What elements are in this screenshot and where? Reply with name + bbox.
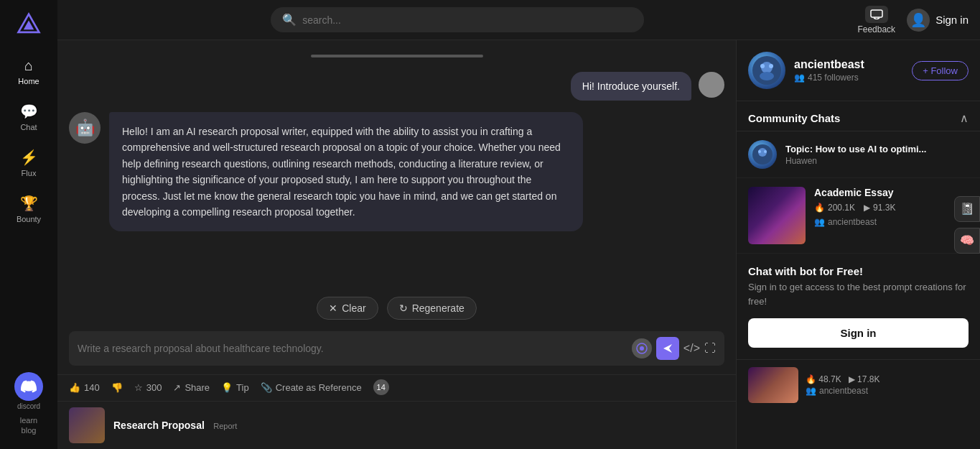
bot-message-bubble: Hello! I am an AI research proposal writ… <box>109 112 583 231</box>
topic-info: Topic: How to use AI to optimi... Huawen <box>785 144 969 166</box>
author-followers: 👥 415 followers <box>794 73 903 83</box>
svg-point-8 <box>769 64 773 68</box>
chat-input[interactable] <box>78 343 626 354</box>
partial-community-card[interactable]: 🔥 48.7K ▶ 17.8K 👥 ancientbeast <box>737 360 980 410</box>
card-info: Research Proposal Report <box>113 419 237 432</box>
partial-community-stats: 🔥 48.7K ▶ 17.8K <box>806 374 879 384</box>
notebook-button[interactable]: 📓 <box>954 196 980 222</box>
search-input[interactable] <box>302 14 633 26</box>
share-button[interactable]: ↗ Share <box>173 382 210 393</box>
home-icon: ⌂ <box>24 57 33 74</box>
app-logo[interactable] <box>13 9 45 40</box>
sidebar-item-label: Bounty <box>17 215 41 223</box>
chat-bot-title: Chat with bot for Free! <box>748 265 969 277</box>
sidebar-bottom-links: learn blog <box>20 416 37 435</box>
scroll-indicator <box>69 55 724 57</box>
essay-likes: 🔥 200.1K <box>814 203 855 213</box>
essay-thumbnail <box>748 187 806 244</box>
clear-icon: ✕ <box>329 302 337 314</box>
sidebar: ⌂ Home 💬 Chat ⚡ Flux 🏆 Bounty discord le… <box>0 0 57 449</box>
right-sidebar: ancientbeast 👥 415 followers + Follow Co… <box>736 40 980 449</box>
brain-button[interactable]: 🧠 <box>954 228 980 254</box>
chat-bot-description: Sign in to get access to the best prompt… <box>748 280 969 308</box>
play-icon: ▶ <box>864 203 870 213</box>
svg-point-4 <box>640 346 644 351</box>
code-view-button[interactable]: </> <box>683 342 700 355</box>
topic-title: Topic: How to use AI to optimi... <box>785 144 969 154</box>
topbar: 🔍 Feedback 👤 Sign in <box>57 0 980 40</box>
sign-in-button[interactable]: 👤 Sign in <box>907 9 969 32</box>
follow-button[interactable]: + Follow <box>912 61 969 80</box>
flame-icon: 🔥 <box>814 203 825 213</box>
ai-model-selector[interactable] <box>632 338 652 358</box>
sidebar-item-chat[interactable]: 💬 Chat <box>4 97 53 137</box>
sidebar-item-flux[interactable]: ⚡ Flux <box>4 143 53 183</box>
discord-button[interactable]: discord <box>4 372 53 410</box>
sidebar-item-bounty[interactable]: 🏆 Bounty <box>4 189 53 229</box>
input-row: </> ⛶ <box>69 331 724 366</box>
star-button[interactable]: ☆ 300 <box>134 382 162 393</box>
bot-message: 🤖 Hello! I am an AI research proposal wr… <box>69 112 724 231</box>
chat-icon: 💬 <box>20 103 38 120</box>
blog-link[interactable]: blog <box>22 426 37 435</box>
clear-label: Clear <box>342 302 365 314</box>
share-icon: ↗ <box>173 382 181 393</box>
feedback-button[interactable]: Feedback <box>857 6 895 34</box>
regenerate-button[interactable]: ↻ Regenerate <box>387 297 477 320</box>
chevron-up-icon[interactable]: ∧ <box>960 111 969 125</box>
essay-title: Academic Essay <box>814 187 969 198</box>
expand-button[interactable]: ⛶ <box>704 342 716 355</box>
essay-info: Academic Essay 🔥 200.1K ▶ 91.3K 👥 ancien… <box>814 187 969 244</box>
topic-avatar <box>748 140 777 169</box>
partial-flame-icon: 🔥 <box>806 374 816 384</box>
share-label: Share <box>185 382 210 393</box>
essay-author-name: ancientbeast <box>828 217 877 227</box>
main-content: Hi! Introduce yourself. 🤖 Hello! I am an… <box>57 40 736 449</box>
star-icon: ☆ <box>134 382 143 393</box>
partial-author-icon: 👥 <box>806 386 816 396</box>
reaction-row: 👍 140 👎 ☆ 300 ↗ Share 💡 Tip 📎 Create as … <box>57 374 736 401</box>
community-chats-header: Community Chats ∧ <box>737 101 980 131</box>
bounty-icon: 🏆 <box>20 195 38 212</box>
feedback-label: Feedback <box>857 24 895 34</box>
user-icon: 👤 <box>907 9 930 32</box>
create-reference-button[interactable]: 📎 Create as Reference <box>261 382 362 393</box>
search-bar[interactable]: 🔍 <box>271 7 644 32</box>
sidebar-item-home[interactable]: ⌂ Home <box>4 52 53 91</box>
send-button[interactable] <box>656 337 679 360</box>
partial-author-name: ancientbeast <box>819 386 868 396</box>
learn-link[interactable]: learn <box>20 416 37 425</box>
discord-icon <box>14 372 43 401</box>
scroll-bar <box>311 55 483 57</box>
partial-card: Research Proposal Report <box>57 401 736 449</box>
sign-in-large-button[interactable]: Sign in <box>748 318 969 348</box>
svg-rect-2 <box>871 10 882 17</box>
topbar-right: Feedback 👤 Sign in <box>857 6 969 34</box>
partial-community-thumbnail <box>748 367 798 403</box>
create-ref-label: Create as Reference <box>276 382 362 393</box>
tip-button[interactable]: 💡 Tip <box>221 382 249 393</box>
card-title: Research Proposal <box>113 420 205 431</box>
like-button[interactable]: 👍 140 <box>69 382 100 393</box>
chat-area: Hi! Introduce yourself. 🤖 Hello! I am an… <box>57 40 736 291</box>
author-avatar <box>748 52 785 89</box>
svg-point-7 <box>760 64 765 68</box>
feedback-icon <box>865 6 888 23</box>
notebook-icon: 📓 <box>960 202 974 216</box>
clear-button[interactable]: ✕ Clear <box>317 297 378 320</box>
partial-community-info: 🔥 48.7K ▶ 17.8K 👥 ancientbeast <box>806 374 879 396</box>
essay-stats: 🔥 200.1K ▶ 91.3K <box>814 203 969 213</box>
input-area: </> ⛶ <box>57 325 736 374</box>
chat-topic-item[interactable]: Topic: How to use AI to optimi... Huawen <box>737 131 980 178</box>
card-thumbnail <box>69 407 105 443</box>
action-row: ✕ Clear ↻ Regenerate <box>57 291 736 325</box>
badge-count: 14 <box>373 379 389 395</box>
partial-play-icon: ▶ <box>849 374 855 384</box>
svg-point-12 <box>758 150 761 153</box>
svg-point-13 <box>764 150 767 153</box>
regenerate-icon: ↻ <box>399 302 408 314</box>
card-report-button[interactable]: Report <box>213 422 237 430</box>
essay-card[interactable]: Academic Essay 🔥 200.1K ▶ 91.3K 👥 ancien… <box>737 178 980 254</box>
dislike-icon: 👎 <box>111 382 123 393</box>
dislike-button[interactable]: 👎 <box>111 382 123 393</box>
